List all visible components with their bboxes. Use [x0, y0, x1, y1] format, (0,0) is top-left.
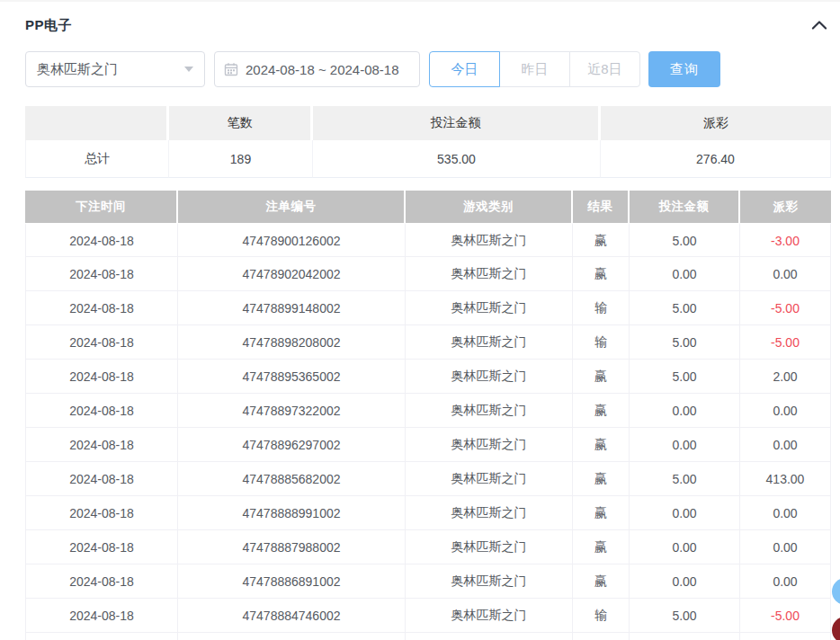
cell-empty [630, 633, 740, 640]
cell-bet-amount: 0.00 [630, 428, 740, 462]
summary-total-row: 总计 189 535.00 276.40 [25, 140, 831, 178]
game-select[interactable]: 奥林匹斯之门 [25, 51, 205, 87]
chevron-up-icon [809, 22, 829, 35]
summary-total-bet-amount: 535.00 [313, 140, 601, 178]
cell-result: 赢 [573, 360, 630, 394]
header-game-category: 游戏类别 [406, 191, 573, 223]
cell-bet-amount: 0.00 [630, 496, 740, 530]
cell-bet-amount: 5.00 [630, 223, 740, 257]
cell-bet-id: 47478888991002 [178, 496, 406, 530]
cell-bet-id: 47478898208002 [178, 325, 406, 360]
quick-date-button-group: 今日 昨日 近8日 [429, 51, 640, 87]
cell-bet-amount: 5.00 [630, 462, 740, 496]
cell-game: 奥林匹斯之门 [406, 291, 573, 325]
cell-game: 奥林匹斯之门 [406, 223, 573, 257]
cell-bet-amount: 5.00 [630, 360, 740, 394]
cell-time: 2024-08-18 [25, 462, 178, 496]
cell-payout: 0.00 [740, 257, 831, 291]
query-button[interactable]: 查询 [648, 51, 720, 87]
table-row: 2024-08-1847478899148002奥林匹斯之门输5.00-5.00 [25, 291, 831, 325]
cell-bet-amount: 0.00 [630, 394, 740, 428]
cell-bet-id: 47478896297002 [178, 428, 406, 462]
cell-bet-amount: 5.00 [630, 325, 740, 360]
table-row: 2024-08-1847478897322002奥林匹斯之门赢0.000.00 [25, 394, 831, 428]
summary-header-bet-amount: 投注金额 [313, 106, 601, 140]
chevron-down-icon [184, 67, 193, 72]
cell-payout: 0.00 [740, 564, 831, 599]
table-row: 2024-08-1847478896297002奥林匹斯之门赢0.000.00 [25, 428, 831, 462]
cell-time: 2024-08-18 [25, 564, 178, 599]
table-row: 2024-08-1847478885682002奥林匹斯之门赢5.00413.0… [25, 462, 831, 496]
header-bet-time: 下注时间 [25, 191, 178, 223]
cell-time: 2024-08-18 [25, 599, 178, 633]
floating-button-red[interactable] [832, 617, 840, 640]
cell-game: 奥林匹斯之门 [406, 325, 573, 360]
cell-payout: 0.00 [740, 530, 831, 564]
cell-bet-amount: 0.00 [630, 530, 740, 564]
cell-bet-id: 47478897322002 [178, 394, 406, 428]
collapse-button[interactable] [808, 16, 831, 34]
last-8-days-button[interactable]: 近8日 [569, 51, 640, 87]
cell-bet-amount: 5.00 [630, 291, 740, 325]
cell-result: 输 [573, 325, 630, 360]
bet-table: 下注时间 注单编号 游戏类别 结果 投注金额 派彩 2024-08-184747… [25, 191, 831, 640]
cell-payout: 0.00 [740, 394, 831, 428]
yesterday-button[interactable]: 昨日 [499, 51, 570, 87]
cell-bet-id: 47478884746002 [178, 599, 406, 633]
cell-time: 2024-08-18 [25, 360, 178, 394]
cell-payout: -5.00 [740, 599, 831, 633]
cell-bet-amount: 0.00 [630, 564, 740, 599]
cell-bet-amount: 5.00 [630, 599, 740, 633]
floating-button-blue[interactable] [832, 578, 840, 605]
summary-header-count: 笔数 [169, 106, 313, 140]
table-row: 2024-08-1847478902042002奥林匹斯之门赢0.000.00 [25, 257, 831, 291]
cell-time: 2024-08-18 [25, 496, 178, 530]
bet-table-body: 2024-08-1847478900126002奥林匹斯之门赢5.00-3.00… [25, 223, 831, 640]
cell-time: 2024-08-18 [25, 223, 178, 257]
cell-payout: -5.00 [740, 291, 831, 325]
table-row: 2024-08-1847478884746002奥林匹斯之门输5.00-5.00 [25, 599, 831, 633]
cell-result: 赢 [573, 564, 630, 599]
table-row: 2024-08-1847478887988002奥林匹斯之门赢0.000.00 [25, 530, 831, 564]
cell-bet-id: 47478902042002 [178, 257, 406, 291]
table-row: 2024-08-1847478898208002奥林匹斯之门输5.00-5.00 [25, 325, 831, 360]
cell-payout: 413.00 [740, 462, 831, 496]
table-row: 2024-08-1847478895365002奥林匹斯之门赢5.002.00 [25, 360, 831, 394]
today-button[interactable]: 今日 [429, 51, 500, 87]
table-row: 2024-08-1847478888991002奥林匹斯之门赢0.000.00 [25, 496, 831, 530]
cell-result: 赢 [573, 394, 630, 428]
cell-payout: -3.00 [740, 223, 831, 257]
table-row: 2024-08-1847478886891002奥林匹斯之门赢0.000.00 [25, 564, 831, 599]
cell-time: 2024-08-18 [25, 394, 178, 428]
cell-result: 赢 [573, 257, 630, 291]
cell-bet-id: 47478899148002 [178, 291, 406, 325]
cell-time: 2024-08-18 [25, 428, 178, 462]
panel-header: PP电子 [25, 13, 831, 37]
table-row: 2024-08-1847478900126002奥林匹斯之门赢5.00-3.00 [25, 223, 831, 257]
header-payout: 派彩 [740, 191, 831, 223]
cell-bet-id: 47478885682002 [178, 462, 406, 496]
pp-electronics-panel: PP电子 奥林匹斯之门 [0, 2, 840, 640]
cell-game: 奥林匹斯之门 [406, 394, 573, 428]
cell-bet-id: 47478887988002 [178, 530, 406, 564]
cell-empty [740, 633, 831, 640]
summary-total-label: 总计 [25, 140, 169, 178]
cell-result: 赢 [573, 223, 630, 257]
header-bet-id: 注单编号 [178, 191, 406, 223]
cell-game: 奥林匹斯之门 [406, 462, 573, 496]
cell-time: 2024-08-18 [25, 325, 178, 360]
cell-empty [406, 633, 573, 640]
cell-bet-id: 47478895365002 [178, 360, 406, 394]
cell-empty [573, 633, 630, 640]
cell-game: 奥林匹斯之门 [406, 599, 573, 633]
cell-time: 2024-08-18 [25, 530, 178, 564]
cell-payout: -5.00 [740, 325, 831, 360]
calendar-icon [224, 62, 238, 76]
date-range-input[interactable]: 2024-08-18 ~ 2024-08-18 [214, 51, 420, 87]
cell-game: 奥林匹斯之门 [406, 360, 573, 394]
date-range-value: 2024-08-18 ~ 2024-08-18 [246, 62, 399, 77]
cell-game: 奥林匹斯之门 [406, 530, 573, 564]
cell-bet-id: 47478886891002 [178, 564, 406, 599]
cell-result: 赢 [573, 530, 630, 564]
cell-payout: 2.00 [740, 360, 831, 394]
